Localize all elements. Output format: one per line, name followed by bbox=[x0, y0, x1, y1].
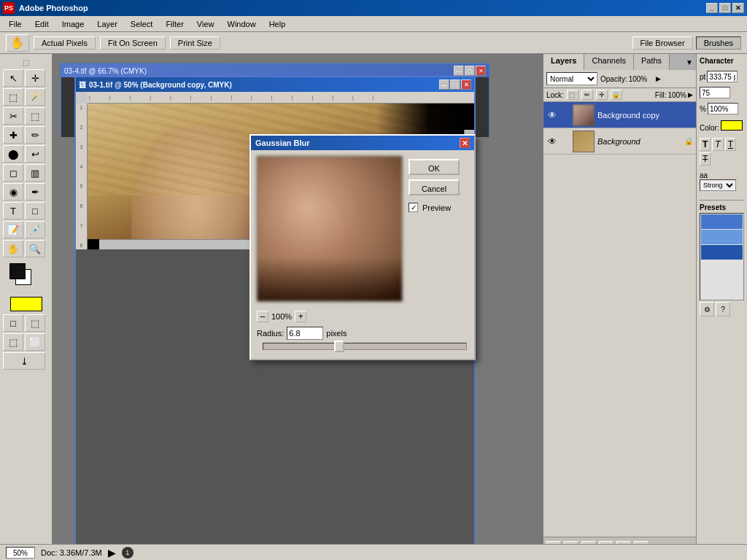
img-restore-button[interactable]: □ bbox=[450, 79, 460, 90]
dodge-tool[interactable]: ◉ bbox=[3, 183, 23, 201]
lock-position-button[interactable]: ✛ bbox=[596, 90, 608, 100]
fit-on-screen-button[interactable]: Fit On Screen bbox=[100, 36, 166, 50]
preview-checkbox[interactable]: ✓ bbox=[409, 203, 418, 212]
menu-edit[interactable]: Edit bbox=[29, 18, 55, 30]
typo-color-swatch[interactable] bbox=[721, 120, 743, 131]
clone-stamp-tool[interactable]: ⬤ bbox=[3, 145, 23, 163]
eyedropper-tool[interactable]: 💉 bbox=[25, 221, 45, 238]
radius-slider-thumb[interactable] bbox=[334, 341, 344, 352]
tab-channels[interactable]: Channels bbox=[584, 54, 633, 70]
selection-tool[interactable]: ↖ bbox=[3, 69, 23, 87]
shape-tool[interactable]: □ bbox=[25, 202, 45, 219]
menu-filter[interactable]: Filter bbox=[160, 18, 189, 30]
brush-tool[interactable]: ✏ bbox=[25, 126, 45, 144]
bg-restore-button[interactable]: □ bbox=[465, 66, 475, 76]
lock-brush-button[interactable]: ✏ bbox=[581, 90, 593, 100]
collapse-button[interactable]: ▼ bbox=[686, 58, 693, 66]
presets-list[interactable] bbox=[700, 213, 744, 300]
preset-item-2[interactable] bbox=[701, 230, 743, 244]
eraser-tool[interactable]: ◻ bbox=[3, 164, 23, 182]
zoom-tool[interactable]: 🔍 bbox=[25, 240, 45, 257]
menu-layer[interactable]: Layer bbox=[91, 18, 123, 30]
img-close-button[interactable]: ✕ bbox=[461, 79, 471, 90]
slice-tool[interactable]: ⬚ bbox=[25, 107, 45, 125]
zoom-in-button[interactable]: + bbox=[295, 311, 306, 322]
foreground-color-swatch[interactable] bbox=[9, 263, 26, 279]
tab-layers[interactable]: Layers bbox=[543, 54, 584, 70]
crop-tool[interactable]: ✂ bbox=[3, 107, 23, 125]
menu-view[interactable]: View bbox=[191, 18, 220, 30]
close-button[interactable]: ✕ bbox=[732, 3, 744, 13]
minimize-button[interactable]: _ bbox=[706, 3, 718, 13]
radius-slider-track[interactable] bbox=[263, 343, 467, 350]
lock-transparent-button[interactable]: ⬚ bbox=[567, 90, 578, 100]
pen-tool[interactable]: ✒ bbox=[25, 183, 45, 201]
blend-mode-select[interactable]: Normal bbox=[546, 72, 597, 85]
anti-aliasing-select[interactable]: Strong bbox=[700, 179, 736, 191]
hand-tool[interactable]: ✋ bbox=[6, 34, 29, 52]
gaussian-blur-close-button[interactable]: ✕ bbox=[460, 138, 470, 148]
heal-tool[interactable]: ✚ bbox=[3, 126, 23, 144]
notes-tool[interactable]: 📝 bbox=[3, 221, 23, 238]
opacity-row: Opacity: 100% ▶ bbox=[600, 75, 661, 83]
preset-info-button[interactable]: ? bbox=[716, 302, 730, 316]
typo-bold-T[interactable]: T bbox=[700, 138, 711, 151]
page-indicator[interactable]: 1 bbox=[122, 547, 133, 559]
image-window-controls: — □ ✕ bbox=[439, 79, 471, 90]
gaussian-blur-ok-button[interactable]: OK bbox=[409, 159, 460, 175]
full-screen-icon[interactable]: ⬜ bbox=[25, 333, 45, 351]
radius-input[interactable] bbox=[287, 327, 323, 340]
actual-pixels-button[interactable]: Actual Pixels bbox=[34, 36, 96, 50]
menu-window[interactable]: Window bbox=[222, 18, 262, 30]
preset-item-3[interactable] bbox=[701, 245, 743, 260]
opacity-arrow[interactable]: ▶ bbox=[656, 75, 661, 82]
standard-mode[interactable]: □ bbox=[3, 314, 23, 332]
jump-to-imageready[interactable]: ⤓ bbox=[3, 352, 45, 370]
standard-screen[interactable]: ⬚ bbox=[3, 333, 23, 351]
typo-strikethrough-T[interactable]: T bbox=[700, 152, 711, 166]
gaussian-blur-cancel-button[interactable]: Cancel bbox=[409, 179, 460, 195]
tab-paths[interactable]: Paths bbox=[634, 54, 670, 70]
lock-label: Lock: bbox=[546, 91, 564, 99]
menu-select[interactable]: Select bbox=[125, 18, 159, 30]
gradient-tool[interactable]: ▥ bbox=[25, 164, 45, 182]
brushes-button[interactable]: Brushes bbox=[696, 36, 741, 50]
maximize-button[interactable]: □ bbox=[719, 3, 731, 13]
bg-minimize-button[interactable]: — bbox=[454, 66, 464, 76]
layer-item-background[interactable]: 👁 Background 🔒 bbox=[543, 128, 696, 155]
img-minimize-button[interactable]: — bbox=[439, 79, 449, 90]
typo-underline-T[interactable]: T bbox=[725, 138, 736, 151]
layer-eye-background-copy[interactable]: 👁 bbox=[546, 109, 558, 121]
typo-value2-input[interactable] bbox=[700, 87, 730, 98]
menu-image[interactable]: Image bbox=[56, 18, 90, 30]
window-controls: _ □ ✕ bbox=[706, 3, 744, 13]
zoom-level-display[interactable]: 50% bbox=[6, 547, 35, 559]
move-tool[interactable]: ✛ bbox=[25, 69, 45, 87]
quick-mask-mode[interactable]: ⬚ bbox=[25, 314, 45, 332]
gaussian-blur-body: OK Cancel ✓ Preview bbox=[251, 150, 474, 308]
lock-all-button[interactable]: 🔒 bbox=[611, 90, 622, 100]
magic-wand-tool[interactable]: 🪄 bbox=[25, 88, 45, 106]
bg-close-button[interactable]: ✕ bbox=[476, 66, 486, 76]
layer-eye-background[interactable]: 👁 bbox=[546, 136, 558, 147]
typo-scale-input[interactable] bbox=[708, 103, 738, 114]
file-browser-button[interactable]: File Browser bbox=[632, 36, 693, 50]
zoom-out-button[interactable]: – bbox=[257, 311, 268, 322]
preset-item-1[interactable] bbox=[701, 214, 743, 229]
preset-settings-button[interactable]: ⚙ bbox=[700, 302, 714, 316]
print-size-button[interactable]: Print Size bbox=[170, 36, 220, 50]
menu-help[interactable]: Help bbox=[263, 18, 292, 30]
status-arrow[interactable]: ▶ bbox=[108, 547, 116, 559]
layer-item-background-copy[interactable]: 👁 Background copy bbox=[543, 102, 696, 128]
typo-color-row: Color: bbox=[700, 120, 744, 132]
typo-italic-T[interactable]: T bbox=[712, 138, 723, 151]
history-brush-tool[interactable]: ↩ bbox=[25, 145, 45, 163]
lasso-tool[interactable]: ⬚ bbox=[3, 88, 23, 106]
ruler-vertical: 12345678 bbox=[76, 104, 88, 249]
typo-size-input[interactable] bbox=[707, 71, 738, 82]
image-window-title: 🖼 03-1.tif @ 50% (Background copy, CMYK)… bbox=[76, 77, 474, 92]
text-tool[interactable]: T bbox=[3, 202, 23, 219]
menu-file[interactable]: File bbox=[3, 18, 28, 30]
hand-tool-box[interactable]: ✋ bbox=[3, 240, 23, 257]
fill-arrow[interactable]: ▶ bbox=[688, 91, 693, 98]
